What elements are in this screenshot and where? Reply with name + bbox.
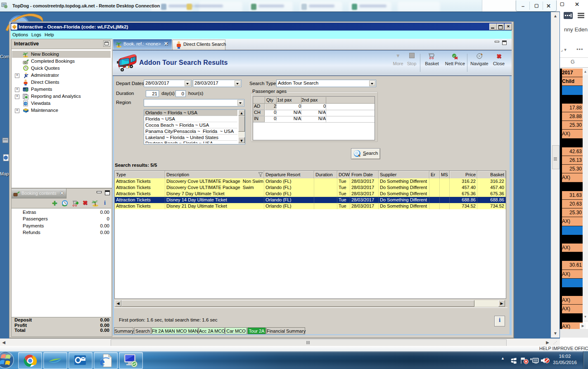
svg-text:$: $ bbox=[26, 88, 28, 92]
